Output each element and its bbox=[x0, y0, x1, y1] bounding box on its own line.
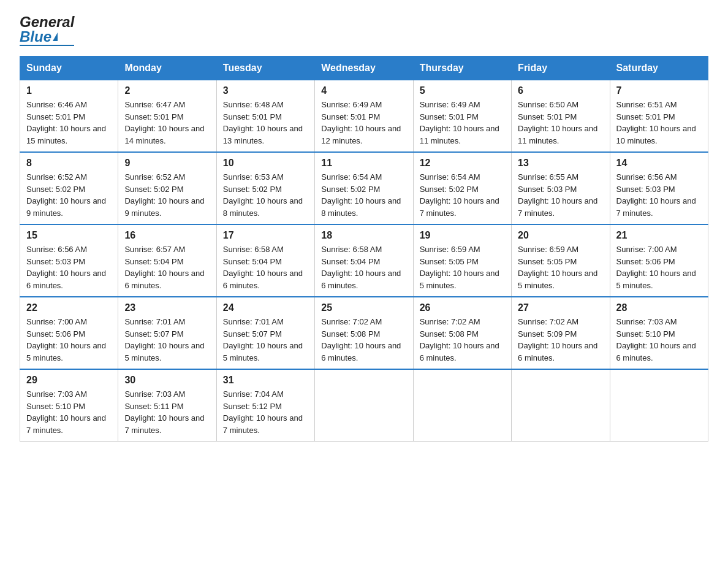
day-number: 30 bbox=[124, 375, 210, 386]
day-number: 8 bbox=[26, 158, 112, 169]
weekday-header-friday: Friday bbox=[512, 56, 610, 80]
calendar-cell: 14Sunrise: 6:56 AMSunset: 5:03 PMDayligh… bbox=[610, 152, 708, 224]
day-info: Sunrise: 6:54 AMSunset: 5:02 PMDaylight:… bbox=[420, 171, 505, 219]
day-info: Sunrise: 6:54 AMSunset: 5:02 PMDaylight:… bbox=[321, 171, 406, 219]
calendar-cell: 17Sunrise: 6:58 AMSunset: 5:04 PMDayligh… bbox=[216, 224, 314, 297]
day-info: Sunrise: 7:03 AMSunset: 5:11 PMDaylight:… bbox=[124, 388, 210, 436]
calendar-cell: 30Sunrise: 7:03 AMSunset: 5:11 PMDayligh… bbox=[118, 369, 216, 442]
day-info: Sunrise: 6:59 AMSunset: 5:05 PMDaylight:… bbox=[420, 243, 505, 291]
calendar-cell: 24Sunrise: 7:01 AMSunset: 5:07 PMDayligh… bbox=[216, 297, 314, 369]
day-info: Sunrise: 7:00 AMSunset: 5:06 PMDaylight:… bbox=[26, 316, 112, 364]
day-number: 26 bbox=[420, 302, 505, 313]
calendar-cell: 8Sunrise: 6:52 AMSunset: 5:02 PMDaylight… bbox=[20, 152, 118, 224]
day-info: Sunrise: 6:58 AMSunset: 5:04 PMDaylight:… bbox=[223, 243, 308, 291]
day-info: Sunrise: 6:48 AMSunset: 5:01 PMDaylight:… bbox=[223, 99, 308, 147]
calendar-table: SundayMondayTuesdayWednesdayThursdayFrid… bbox=[20, 56, 708, 442]
day-info: Sunrise: 6:52 AMSunset: 5:02 PMDaylight:… bbox=[124, 171, 210, 219]
day-number: 17 bbox=[223, 230, 308, 241]
day-number: 14 bbox=[616, 158, 702, 169]
day-number: 6 bbox=[518, 85, 603, 96]
day-number: 28 bbox=[616, 302, 702, 313]
calendar-cell: 2Sunrise: 6:47 AMSunset: 5:01 PMDaylight… bbox=[118, 80, 216, 153]
day-info: Sunrise: 7:02 AMSunset: 5:08 PMDaylight:… bbox=[321, 316, 406, 364]
logo-general-text: General bbox=[20, 15, 74, 29]
day-number: 16 bbox=[124, 230, 210, 241]
calendar-week-row: 22Sunrise: 7:00 AMSunset: 5:06 PMDayligh… bbox=[20, 297, 708, 369]
logo: General Blue bbox=[20, 15, 74, 46]
day-number: 15 bbox=[26, 230, 112, 241]
day-info: Sunrise: 7:04 AMSunset: 5:12 PMDaylight:… bbox=[223, 388, 308, 436]
day-info: Sunrise: 6:51 AMSunset: 5:01 PMDaylight:… bbox=[616, 99, 702, 147]
weekday-header-monday: Monday bbox=[118, 56, 216, 80]
logo-blue-text: Blue bbox=[20, 29, 51, 44]
day-number: 3 bbox=[223, 85, 308, 96]
day-info: Sunrise: 6:56 AMSunset: 5:03 PMDaylight:… bbox=[616, 171, 702, 219]
day-info: Sunrise: 6:59 AMSunset: 5:05 PMDaylight:… bbox=[518, 243, 603, 291]
calendar-cell: 27Sunrise: 7:02 AMSunset: 5:09 PMDayligh… bbox=[512, 297, 610, 369]
calendar-cell bbox=[512, 369, 610, 442]
calendar-cell: 18Sunrise: 6:58 AMSunset: 5:04 PMDayligh… bbox=[315, 224, 413, 297]
day-info: Sunrise: 7:02 AMSunset: 5:09 PMDaylight:… bbox=[518, 316, 603, 364]
calendar-week-row: 8Sunrise: 6:52 AMSunset: 5:02 PMDaylight… bbox=[20, 152, 708, 224]
calendar-cell bbox=[610, 369, 708, 442]
day-number: 2 bbox=[124, 85, 210, 96]
day-number: 22 bbox=[26, 302, 112, 313]
day-info: Sunrise: 6:46 AMSunset: 5:01 PMDaylight:… bbox=[26, 99, 112, 147]
calendar-cell: 10Sunrise: 6:53 AMSunset: 5:02 PMDayligh… bbox=[216, 152, 314, 224]
day-number: 1 bbox=[26, 85, 112, 96]
day-info: Sunrise: 6:50 AMSunset: 5:01 PMDaylight:… bbox=[518, 99, 603, 147]
weekday-header-saturday: Saturday bbox=[610, 56, 708, 80]
day-number: 12 bbox=[420, 158, 505, 169]
calendar-cell: 21Sunrise: 7:00 AMSunset: 5:06 PMDayligh… bbox=[610, 224, 708, 297]
day-info: Sunrise: 6:56 AMSunset: 5:03 PMDaylight:… bbox=[26, 243, 112, 291]
day-number: 18 bbox=[321, 230, 406, 241]
calendar-week-row: 29Sunrise: 7:03 AMSunset: 5:10 PMDayligh… bbox=[20, 369, 708, 442]
calendar-cell: 12Sunrise: 6:54 AMSunset: 5:02 PMDayligh… bbox=[413, 152, 511, 224]
weekday-header-row: SundayMondayTuesdayWednesdayThursdayFrid… bbox=[20, 56, 708, 80]
calendar-cell: 13Sunrise: 6:55 AMSunset: 5:03 PMDayligh… bbox=[512, 152, 610, 224]
calendar-cell: 26Sunrise: 7:02 AMSunset: 5:08 PMDayligh… bbox=[413, 297, 511, 369]
calendar-cell: 25Sunrise: 7:02 AMSunset: 5:08 PMDayligh… bbox=[315, 297, 413, 369]
day-number: 31 bbox=[223, 375, 308, 386]
day-number: 4 bbox=[321, 85, 406, 96]
calendar-cell: 7Sunrise: 6:51 AMSunset: 5:01 PMDaylight… bbox=[610, 80, 708, 153]
weekday-header-thursday: Thursday bbox=[413, 56, 511, 80]
calendar-cell: 23Sunrise: 7:01 AMSunset: 5:07 PMDayligh… bbox=[118, 297, 216, 369]
day-info: Sunrise: 6:57 AMSunset: 5:04 PMDaylight:… bbox=[124, 243, 210, 291]
day-number: 7 bbox=[616, 85, 702, 96]
calendar-cell: 29Sunrise: 7:03 AMSunset: 5:10 PMDayligh… bbox=[20, 369, 118, 442]
day-info: Sunrise: 6:49 AMSunset: 5:01 PMDaylight:… bbox=[420, 99, 505, 147]
calendar-cell: 20Sunrise: 6:59 AMSunset: 5:05 PMDayligh… bbox=[512, 224, 610, 297]
calendar-cell: 22Sunrise: 7:00 AMSunset: 5:06 PMDayligh… bbox=[20, 297, 118, 369]
day-number: 29 bbox=[26, 375, 112, 386]
logo-underline bbox=[20, 45, 74, 46]
calendar-cell: 1Sunrise: 6:46 AMSunset: 5:01 PMDaylight… bbox=[20, 80, 118, 153]
day-info: Sunrise: 6:55 AMSunset: 5:03 PMDaylight:… bbox=[518, 171, 603, 219]
calendar-week-row: 15Sunrise: 6:56 AMSunset: 5:03 PMDayligh… bbox=[20, 224, 708, 297]
day-info: Sunrise: 6:53 AMSunset: 5:02 PMDaylight:… bbox=[223, 171, 308, 219]
page-header: General Blue bbox=[20, 15, 708, 46]
day-number: 23 bbox=[124, 302, 210, 313]
calendar-cell: 11Sunrise: 6:54 AMSunset: 5:02 PMDayligh… bbox=[315, 152, 413, 224]
day-number: 13 bbox=[518, 158, 603, 169]
weekday-header-tuesday: Tuesday bbox=[216, 56, 314, 80]
day-info: Sunrise: 7:00 AMSunset: 5:06 PMDaylight:… bbox=[616, 243, 702, 291]
weekday-header-wednesday: Wednesday bbox=[315, 56, 413, 80]
calendar-cell: 28Sunrise: 7:03 AMSunset: 5:10 PMDayligh… bbox=[610, 297, 708, 369]
day-number: 10 bbox=[223, 158, 308, 169]
day-info: Sunrise: 7:03 AMSunset: 5:10 PMDaylight:… bbox=[616, 316, 702, 364]
day-number: 27 bbox=[518, 302, 603, 313]
day-number: 19 bbox=[420, 230, 505, 241]
day-info: Sunrise: 6:52 AMSunset: 5:02 PMDaylight:… bbox=[26, 171, 112, 219]
calendar-cell: 16Sunrise: 6:57 AMSunset: 5:04 PMDayligh… bbox=[118, 224, 216, 297]
calendar-cell: 3Sunrise: 6:48 AMSunset: 5:01 PMDaylight… bbox=[216, 80, 314, 153]
day-number: 25 bbox=[321, 302, 406, 313]
day-info: Sunrise: 6:49 AMSunset: 5:01 PMDaylight:… bbox=[321, 99, 406, 147]
calendar-cell: 15Sunrise: 6:56 AMSunset: 5:03 PMDayligh… bbox=[20, 224, 118, 297]
calendar-cell: 9Sunrise: 6:52 AMSunset: 5:02 PMDaylight… bbox=[118, 152, 216, 224]
calendar-cell: 5Sunrise: 6:49 AMSunset: 5:01 PMDaylight… bbox=[413, 80, 511, 153]
calendar-cell bbox=[315, 369, 413, 442]
calendar-week-row: 1Sunrise: 6:46 AMSunset: 5:01 PMDaylight… bbox=[20, 80, 708, 153]
day-info: Sunrise: 7:03 AMSunset: 5:10 PMDaylight:… bbox=[26, 388, 112, 436]
day-info: Sunrise: 6:58 AMSunset: 5:04 PMDaylight:… bbox=[321, 243, 406, 291]
